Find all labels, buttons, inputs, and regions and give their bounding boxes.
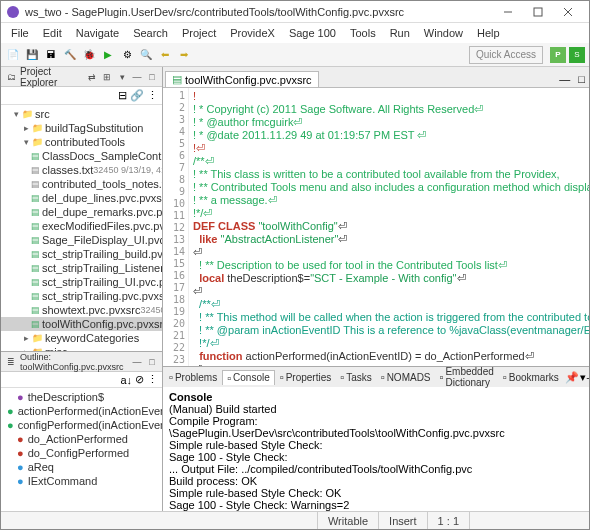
tree-node[interactable]: ▾📁src [1, 107, 162, 121]
tab-icon: ▫ [440, 371, 444, 383]
debug-icon[interactable]: 🐞 [81, 47, 97, 63]
console-output[interactable]: Console (Manual) Build startedCompile Pr… [163, 387, 589, 511]
build-icon[interactable]: 🔨 [62, 47, 78, 63]
project-explorer-icon: 🗂 [5, 71, 17, 83]
tab-icon: ▫ [503, 371, 507, 383]
tree-node[interactable]: ▤del_dupe_remarks.pvc.pvxsrc 3245 [1, 205, 162, 219]
outline-tree[interactable]: ●theDescription$●actionPerformed(inActio… [1, 388, 162, 511]
menu-sage 100[interactable]: Sage 100 [283, 26, 342, 40]
minimize-button[interactable] [493, 2, 523, 22]
menu-edit[interactable]: Edit [37, 26, 68, 40]
outline-item[interactable]: ●do_ActionPerformed [1, 432, 162, 446]
menu-providex[interactable]: ProvideX [224, 26, 281, 40]
tree-node[interactable]: ▤showtext.pvc.pvxsrc 32450 9/10/1 [1, 303, 162, 317]
pin-icon[interactable]: 📌 [565, 371, 579, 384]
bottom-tab-nomads[interactable]: ▫NOMADS [377, 370, 435, 384]
bottom-tab-console[interactable]: ▫Console [222, 370, 275, 385]
menubar: FileEditNavigateSearchProjectProvideXSag… [1, 23, 589, 43]
maximize-view-icon[interactable]: □ [146, 71, 158, 83]
save-all-icon[interactable]: 🖬 [43, 47, 59, 63]
tree-node[interactable]: ▤execModifiedFiles.pvc.pvxsrc 3245 [1, 219, 162, 233]
nav-back-icon[interactable]: ⬅ [157, 47, 173, 63]
outline-icon: ≣ [5, 356, 17, 368]
tree-node[interactable]: ▤sct_stripTrailing.pvc.pvxsrc 32450 [1, 289, 162, 303]
bottom-tab-embedded-dictionary[interactable]: ▫Embedded Dictionary [436, 365, 498, 389]
hide-icon[interactable]: ⊘ [135, 373, 144, 386]
tab-label: toolWithConfig.pvc.pvxsrc [185, 74, 312, 86]
close-button[interactable] [553, 2, 583, 22]
outline-min-icon[interactable]: — [131, 356, 143, 368]
tree-node[interactable]: ▾📁contributedTools [1, 135, 162, 149]
console-menu-icon[interactable]: ▾ [580, 371, 586, 384]
tree-node[interactable]: ▤Sage_FileDisplay_UI.pvc 34610 2/ [1, 233, 162, 247]
editor-max-icon[interactable]: □ [574, 71, 589, 87]
outline-view: ≣ Outline: toolWithConfig.pvc.pvxsrc — □… [1, 351, 162, 511]
console-line: (Manual) Build started [169, 403, 583, 415]
menu-help[interactable]: Help [471, 26, 506, 40]
link-icon[interactable]: 🔗 [130, 89, 144, 102]
tree-node[interactable]: ▤ClassDocs_SampleContributedToo [1, 149, 162, 163]
save-icon[interactable]: 💾 [24, 47, 40, 63]
new-icon[interactable]: 📄 [5, 47, 21, 63]
bottom-panel: ▫Problems▫Console▫Properties▫Tasks▫NOMAD… [163, 366, 589, 511]
outline-title: Outline: toolWithConfig.pvc.pvxsrc [20, 352, 128, 372]
focus-icon[interactable]: ⊞ [101, 71, 113, 83]
tree-node[interactable]: ▸📁keywordCategories [1, 331, 162, 345]
maximize-button[interactable] [523, 2, 553, 22]
menu-project[interactable]: Project [176, 26, 222, 40]
view-menu-icon[interactable]: ▾ [116, 71, 128, 83]
menu-window[interactable]: Window [418, 26, 469, 40]
menu-tools[interactable]: Tools [344, 26, 382, 40]
editor-tabs: ▤ toolWithConfig.pvc.pvxsrc — □ [163, 67, 589, 87]
filter-icon[interactable]: ⋮ [147, 89, 158, 102]
tree-node[interactable]: ▤sct_stripTrailing_build.pvc.pvxsrc [1, 247, 162, 261]
minimize-view-icon[interactable]: — [131, 71, 143, 83]
code-editor[interactable]: 1234567891011121314151617181920212223242… [163, 87, 589, 366]
ext-tool-icon[interactable]: ⚙ [119, 47, 135, 63]
bottom-tabs: ▫Problems▫Console▫Properties▫Tasks▫NOMAD… [163, 367, 589, 387]
tree-node[interactable]: ▸📁buildTagSubstitution [1, 121, 162, 135]
editor-min-icon[interactable]: — [555, 71, 574, 87]
outline-item[interactable]: ●theDescription$ [1, 390, 162, 404]
outline-item[interactable]: ●IExtCommand [1, 474, 162, 488]
editor-tab-active[interactable]: ▤ toolWithConfig.pvc.pvxsrc [165, 71, 319, 87]
menu-navigate[interactable]: Navigate [70, 26, 125, 40]
sort-icon[interactable]: a↓ [120, 374, 132, 386]
project-explorer-header: 🗂 Project Explorer ⇄ ⊞ ▾ — □ [1, 67, 162, 87]
tree-node[interactable]: ▤del_dupe_lines.pvc.pvxsrc 32450 9 [1, 191, 162, 205]
outline-item[interactable]: ●aReq [1, 460, 162, 474]
bottom-tab-problems[interactable]: ▫Problems [165, 370, 221, 384]
tree-node[interactable]: ▤sct_stripTrailing_UI.pvc.pvxsrc 32 [1, 275, 162, 289]
window-titlebar: ws_two - SagePlugin.UserDev/src/contribu… [1, 1, 589, 23]
collapse-all-icon[interactable]: ⊟ [118, 89, 127, 102]
bottom-tab-properties[interactable]: ▫Properties [276, 370, 335, 384]
menu-run[interactable]: Run [384, 26, 416, 40]
outline-item[interactable]: ●actionPerformed(inActionEventID) [1, 404, 162, 418]
tree-node[interactable]: ▤contributed_tools_notes.txt 32450 [1, 177, 162, 191]
tree-node[interactable]: ▤sct_stripTrailing_Listener.pvc.pvx [1, 261, 162, 275]
run-icon[interactable]: ▶ [100, 47, 116, 63]
bottom-tab-bookmarks[interactable]: ▫Bookmarks [499, 370, 563, 384]
console-title: Console [169, 391, 583, 403]
nav-fwd-icon[interactable]: ➡ [176, 47, 192, 63]
tab-icon: ▫ [227, 372, 231, 384]
outline-item[interactable]: ●do_ConfigPerformed [1, 446, 162, 460]
app-icon [7, 6, 19, 18]
status-position: 1 : 1 [427, 512, 469, 529]
outline-max-icon[interactable]: □ [146, 356, 158, 368]
outline-item[interactable]: ●configPerformed(inActionEventID) [1, 418, 162, 432]
tree-node[interactable]: ▤toolWithConfig.pvc.pvxsrc 32450 [1, 317, 162, 331]
outline-menu-icon[interactable]: ⋮ [147, 373, 158, 386]
code-area[interactable]: ! ! * Copyright (c) 2011 Sage Software. … [189, 88, 589, 366]
menu-file[interactable]: File [5, 26, 35, 40]
bottom-tab-tasks[interactable]: ▫Tasks [336, 370, 375, 384]
perspective-sage-icon[interactable]: S [569, 47, 585, 63]
perspective-px-icon[interactable]: P [550, 47, 566, 63]
project-tree[interactable]: ▾📁src▸📁buildTagSubstitution▾📁contributed… [1, 105, 162, 351]
console-line: Sage 100 - Style Check: Warnings=2 [169, 499, 583, 511]
link-editor-icon[interactable]: ⇄ [86, 71, 98, 83]
tree-node[interactable]: ▤classes.txt 32450 9/13/19, 4:5 [1, 163, 162, 177]
search-icon[interactable]: 🔍 [138, 47, 154, 63]
menu-search[interactable]: Search [127, 26, 174, 40]
quick-access-input[interactable]: Quick Access [469, 46, 543, 64]
